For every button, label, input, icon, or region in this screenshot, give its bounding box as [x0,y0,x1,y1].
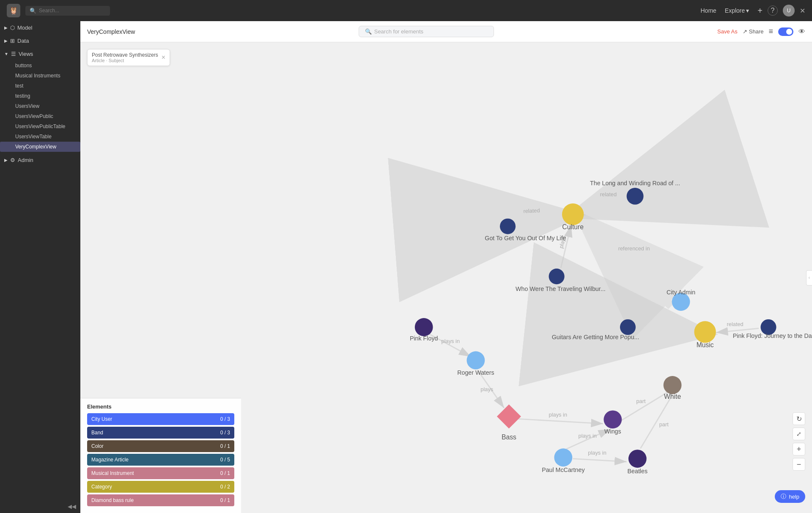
filter-tag-title: Post Retrowave Synthesizers [92,52,158,58]
filter-tag-content: Post Retrowave Synthesizers Article · Su… [92,52,158,63]
search-input[interactable] [39,8,98,14]
svg-text:related: related [727,321,743,327]
sidebar-item-users-view-table[interactable]: UsersViewTable [0,132,80,142]
views-icon: ☰ [11,51,16,57]
redo-button[interactable]: ↻ [793,412,805,425]
svg-text:City Admin: City Admin [667,289,695,296]
menu-icon[interactable]: ≡ [768,27,773,36]
chevron-left-icon: ◀◀ [68,503,76,510]
sidebar-label-views: Views [19,51,33,57]
filter-tag-types: Article · Subject [92,58,158,63]
element-count-band: 0 / 3 [216,430,234,436]
svg-point-37 [620,319,636,335]
search-placeholder-text: Search for elements [374,28,423,35]
svg-text:Who Were The Traveling Wilbur.: Who Were The Traveling Wilbur... [516,285,606,292]
element-row-musical-instrument[interactable]: Musical Instrument 0 / 1 [87,467,234,479]
sidebar-collapse-bottom[interactable]: ◀◀ [0,500,80,513]
logo[interactable]: 🦉 [7,4,20,17]
svg-text:Pink Floyd: Journey to the Da.: Pink Floyd: Journey to the Da... [733,332,812,339]
svg-text:Wings: Wings [604,428,621,435]
svg-text:Paul McCartney: Paul McCartney [542,466,585,473]
chevron-down-icon-views: ▼ [4,52,8,56]
filter-tag: Post Retrowave Synthesizers Article · Su… [87,49,170,66]
element-count-diamond-bass: 0 / 1 [216,497,234,503]
element-row-city-user[interactable]: City User 0 / 3 [87,413,234,425]
sidebar-item-testing[interactable]: testing [0,91,80,101]
sidebar-item-very-complex-view[interactable]: VeryComplexView [0,142,80,152]
element-row-magazine[interactable]: Magazine Article 0 / 5 [87,454,234,466]
svg-text:Got To Get You Out Of My Life: Got To Get You Out Of My Life [485,235,566,241]
sidebar-item-admin[interactable]: ▶ ⚙ Admin [0,154,80,167]
eye-icon[interactable]: 👁 [798,28,805,36]
svg-point-29 [627,188,644,205]
svg-text:plays in: plays in [578,433,597,439]
model-icon: ⬡ [10,25,15,31]
sidebar-item-buttons[interactable]: buttons [0,60,80,71]
element-label-city-user: City User [87,416,216,422]
search-icon: 🔍 [30,8,36,14]
nav-links: Home Explore ▾ [700,7,749,14]
svg-line-21 [573,459,627,462]
close-icon[interactable]: ✕ [800,7,805,15]
svg-text:plays in: plays in [549,411,568,418]
svg-point-39 [694,321,716,343]
svg-text:plays: plays [480,386,493,392]
sidebar-item-musical-instruments[interactable]: Musical Instruments [0,71,80,81]
help-icon[interactable]: ? [768,5,778,16]
sidebar: ▶ ⬡ Model ▶ ⊞ Data ▼ ☰ Views buttons Mus… [0,21,80,513]
svg-text:plays in: plays in [588,450,606,456]
svg-point-53 [554,448,572,466]
graph-canvas[interactable]: Post Retrowave Synthesizers Article · Su… [80,42,812,513]
elements-panel-title: Elements [87,403,234,410]
svg-text:Guitars Are Getting More Popu.: Guitars Are Getting More Popu... [552,334,639,340]
expand-button[interactable]: ⤢ [793,428,805,440]
save-as-button[interactable]: Save As [717,28,738,35]
topnav: 🦉 🔍 Home Explore ▾ + ? U ✕ [0,0,812,21]
sidebar-item-data[interactable]: ▶ ⊞ Data [0,34,80,47]
avatar[interactable]: U [783,5,795,16]
element-label-musical-instrument: Musical Instrument [87,470,216,476]
add-icon[interactable]: + [757,6,763,16]
element-row-band[interactable]: Band 0 / 3 [87,427,234,439]
chevron-right-icon: ▶ [4,25,8,30]
element-label-color: Color [87,443,216,449]
elements-panel: Elements City User 0 / 3 Band 0 / 3 Colo… [80,398,241,513]
element-count-city-user: 0 / 3 [216,416,234,422]
svg-text:referenced in: referenced in [618,245,650,252]
panel-collapse-arrow[interactable]: ‹ [806,270,812,285]
svg-line-11 [716,328,759,332]
nav-explore[interactable]: Explore ▾ [725,7,749,14]
filter-close-button[interactable]: × [162,54,165,61]
sidebar-item-users-view-public[interactable]: UsersViewPublic [0,111,80,121]
edit-toggle[interactable] [778,27,793,36]
svg-marker-47 [497,404,521,428]
zoom-out-button[interactable]: − [793,458,805,471]
element-label-band: Band [87,430,216,436]
svg-point-43 [415,318,433,336]
topnav-search[interactable]: 🔍 [25,6,110,16]
svg-text:Bass: Bass [502,433,516,441]
element-count-color: 0 / 1 [216,443,234,449]
svg-text:Music: Music [697,341,714,348]
view-title: VeryComplexView [87,28,135,35]
element-label-category: Category [87,484,216,490]
share-button[interactable]: ↗ Share [743,28,764,35]
sidebar-item-users-view[interactable]: UsersView [0,101,80,111]
sidebar-item-views[interactable]: ▼ ☰ Views [0,47,80,60]
element-row-color[interactable]: Color 0 / 1 [87,440,234,452]
element-search[interactable]: 🔍 Search for elements [359,26,494,37]
help-button[interactable]: ⓘ help [775,490,805,503]
element-row-diamond-bass[interactable]: Diamond bass rule 0 / 1 [87,494,234,506]
element-row-category[interactable]: Category 0 / 2 [87,481,234,493]
svg-line-8 [584,220,671,306]
sidebar-item-users-view-public-table[interactable]: UsersViewPublicTable [0,121,80,132]
svg-text:related: related [600,191,617,198]
sidebar-item-test[interactable]: test [0,81,80,91]
zoom-in-button[interactable]: + [793,443,805,455]
svg-text:related: related [523,207,540,214]
svg-line-23 [620,391,669,421]
svg-line-10 [648,327,694,332]
nav-home[interactable]: Home [700,7,716,14]
svg-text:Culture: Culture [562,223,584,230]
sidebar-item-model[interactable]: ▶ ⬡ Model [0,21,80,34]
